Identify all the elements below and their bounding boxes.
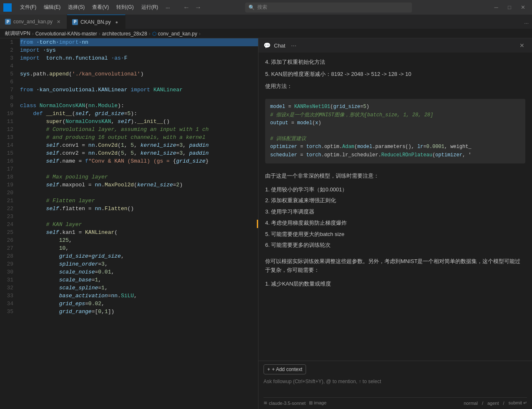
- tabs-overflow-button[interactable]: ...: [521, 15, 532, 29]
- code-line-24: # KAN layer: [20, 221, 258, 228]
- ln-8: 8: [0, 94, 13, 102]
- chat-footer: ≋ claude-3.5-sonnet ⊞ image normal / age…: [263, 397, 527, 406]
- code-line-1: from ·torch·import·nn: [20, 38, 258, 46]
- tab-close-2[interactable]: ●: [113, 19, 120, 25]
- code-line-20: [20, 189, 258, 197]
- menu-more[interactable]: ...: [162, 2, 173, 13]
- breadcrumb-sep-1: ›: [32, 31, 34, 37]
- breadcrumb-item-1[interactable]: 献调研VPN: [5, 30, 30, 37]
- ln-4: 4: [0, 62, 13, 70]
- chat-more-button[interactable]: ⋯: [289, 40, 299, 50]
- code-line-17: [20, 165, 258, 173]
- global-search[interactable]: 🔍 搜索: [245, 3, 412, 13]
- code-line-32: scale_spline=1,: [20, 284, 258, 292]
- code-line-2: import ·sys: [20, 46, 258, 54]
- ln-28: 28: [0, 252, 13, 260]
- ln-1: 1: [0, 38, 13, 46]
- scroll-indicator: [257, 220, 258, 228]
- maximize-button[interactable]: □: [504, 2, 515, 13]
- add-context-button[interactable]: + + Add context: [263, 364, 306, 374]
- chat-close-button[interactable]: ✕: [517, 40, 527, 50]
- nav-buttons: ← →: [181, 3, 203, 13]
- code-line-35: grid_range=[0,1]): [20, 308, 258, 316]
- mode-sep2: /: [503, 401, 504, 406]
- tab-icon-py2: P: [72, 19, 78, 25]
- chat-list2-item-1: 1. 减少KAN层的数量或维度: [265, 280, 525, 289]
- code-content-area[interactable]: 1 2 3 4 5 6 7 8 9 10 11 12 13 14 15 16 1…: [0, 38, 258, 409]
- menu-bar: 文件(F) 编辑(E) 选择(S) 查看(V) 转到(G) 运行(R) ...: [17, 2, 173, 13]
- main-area: 1 2 3 4 5 6 7 8 9 10 11 12 13 14 15 16 1…: [0, 38, 532, 409]
- chat-list-item-4: 4. 考虑使用梯度裁剪防止梯度爆炸: [265, 219, 525, 228]
- code-line-19: self.maxpool = nn.MaxPool2d(kernel_size=…: [20, 181, 258, 189]
- code-line-31: scale_base=1,: [20, 276, 258, 284]
- ln-27: 27: [0, 244, 13, 252]
- model-name: claude-3.5-sonnet: [269, 401, 306, 406]
- menu-run[interactable]: 运行(R): [138, 2, 162, 13]
- code-line-25: self.kan1 = KANLinear(: [20, 228, 258, 236]
- ln-5: 5: [0, 70, 13, 78]
- code-line-23: [20, 213, 258, 221]
- code-line-21: # Flatten layer: [20, 197, 258, 205]
- tab-icon-py1: P: [5, 19, 11, 25]
- ln-17: 17: [0, 165, 13, 173]
- ln-10: 10: [0, 110, 13, 118]
- minimize-button[interactable]: ─: [490, 2, 502, 13]
- app-logo: [3, 3, 12, 12]
- mode-normal[interactable]: normal: [464, 401, 478, 406]
- code-line-29: spline_order=3,: [20, 260, 258, 268]
- tab-bar: P conv_and_kan.py ✕ P CKAN_BN.py ● ...: [0, 15, 532, 29]
- breadcrumb-item-2[interactable]: Convolutional-KANs-master: [35, 31, 97, 37]
- breadcrumb: 献调研VPN › Convolutional-KANs-master › arc…: [0, 29, 532, 38]
- chat-messages-area[interactable]: 4. 添加了权重初始化方法 5. KAN层的维度逐渐减小：8192 -> 204…: [258, 53, 532, 361]
- image-icon: ⊞ image: [309, 400, 326, 406]
- ln-33: 33: [0, 292, 13, 300]
- ln-19: 19: [0, 181, 13, 189]
- model-selector[interactable]: ≋ claude-3.5-sonnet: [263, 400, 306, 406]
- nav-forward-button[interactable]: →: [193, 3, 203, 13]
- breadcrumb-item-3[interactable]: architectures_28x28: [102, 31, 147, 37]
- image-button[interactable]: ⊞ image: [309, 400, 326, 406]
- breadcrumb-item-4[interactable]: ⬡: [152, 31, 156, 37]
- mode-agent[interactable]: agent: [487, 401, 499, 406]
- breadcrumb-sep-2: ›: [99, 31, 100, 37]
- code-line-11: super(NormalConvsKAN, self).__init__(): [20, 118, 258, 125]
- tab-conv-and-kan[interactable]: P conv_and_kan.py ✕: [0, 15, 67, 29]
- menu-goto[interactable]: 转到(G): [113, 2, 137, 13]
- code-line-28: grid_size=grid_size,: [20, 252, 258, 260]
- ln-31: 31: [0, 276, 13, 284]
- chat-header: 💬 Chat ⋯ ✕: [258, 38, 532, 53]
- code-line-34: grid_eps=0.02,: [20, 300, 258, 308]
- nav-back-button[interactable]: ←: [181, 3, 191, 13]
- search-icon: 🔍: [248, 5, 255, 10]
- chat-list-item-3: 3. 使用学习率调度器: [265, 208, 525, 216]
- menu-file[interactable]: 文件(F): [17, 2, 40, 13]
- ln-23: 23: [0, 213, 13, 221]
- menu-select[interactable]: 选择(S): [65, 2, 88, 13]
- code-line-5: sys.path.append('./kan_convolutional'): [20, 70, 258, 78]
- code-line-7: from ·kan_convolutional.KANLinear import…: [20, 86, 258, 94]
- menu-edit[interactable]: 编辑(E): [40, 2, 64, 13]
- chat-bubble-icon: 💬: [263, 42, 271, 49]
- ln-32: 32: [0, 284, 13, 292]
- tab-close-1[interactable]: ✕: [55, 18, 62, 25]
- model-icon: ≋: [263, 400, 267, 406]
- chat-code-block-1: model = KANResNet101(grid_size=5) # 假设x是…: [265, 99, 525, 163]
- code-editor: 1 2 3 4 5 6 7 8 9 10 11 12 13 14 15 16 1…: [0, 38, 258, 409]
- tab-ckan-bn[interactable]: P CKAN_BN.py ●: [67, 15, 125, 29]
- chat-input-field[interactable]: [263, 378, 527, 393]
- mode-submit[interactable]: submit ↵: [509, 400, 527, 406]
- code-line-16: self.name = f"Conv & KAN (Small) (gs = {…: [20, 157, 258, 165]
- code-line-14: self.conv1 = nn.Conv2d(1, 5, kernel_size…: [20, 141, 258, 149]
- code-line-30: scale_noise=0.01,: [20, 268, 258, 276]
- chat-panel: 💬 Chat ⋯ ✕ 4. 添加了权重初始化方法 5. KAN层的维度逐渐减小：…: [258, 38, 532, 409]
- code-line-10: def __init__(self, grid_size=5):: [20, 110, 258, 118]
- svg-rect-3: [4, 8, 7, 11]
- svg-rect-2: [8, 8, 11, 11]
- svg-rect-1: [8, 4, 11, 7]
- line-numbers: 1 2 3 4 5 6 7 8 9 10 11 12 13 14 15 16 1…: [0, 38, 17, 409]
- close-window-button[interactable]: ✕: [517, 2, 529, 13]
- menu-view[interactable]: 查看(V): [89, 2, 112, 13]
- ln-34: 34: [0, 300, 13, 308]
- breadcrumb-item-4-label[interactable]: conv_and_kan.py: [158, 31, 197, 37]
- chat-message-1: 4. 添加了权重初始化方法 5. KAN层的维度逐渐减小：8192 -> 204…: [265, 58, 525, 90]
